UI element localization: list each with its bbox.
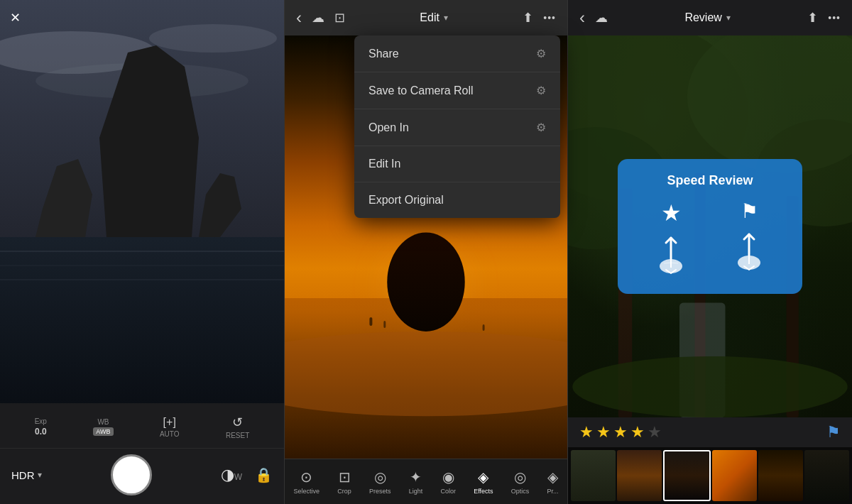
- close-button[interactable]: ✕: [10, 10, 21, 26]
- share-gear-icon: ⚙: [536, 47, 546, 60]
- openin-gear-icon: ⚙: [536, 121, 546, 134]
- filmstrip-thumb-2[interactable]: [617, 450, 662, 501]
- camera-bottom-bar: HDR ▾ ◑W 🔒: [0, 448, 284, 504]
- star-rating-icon: ★: [661, 199, 682, 226]
- tool-color[interactable]: ◉ Color: [440, 469, 456, 495]
- tool-selective[interactable]: ⊙ Selective: [294, 469, 320, 495]
- svg-point-15: [285, 332, 567, 416]
- camera-bottom-icons: ◑W 🔒: [221, 466, 273, 484]
- camera-controls: Exp 0.0 WB AWB [+] AUTO ↺ RESET: [0, 403, 284, 448]
- tool-crop[interactable]: ⊡ Crop: [337, 469, 351, 495]
- tool-effects[interactable]: ◈ Effects: [474, 469, 493, 495]
- tool-presets[interactable]: ◎ Presets: [369, 469, 391, 495]
- wb-control[interactable]: WB AWB: [93, 418, 113, 436]
- speed-review-star-cell: ★: [635, 199, 707, 280]
- speed-review-flag-cell: ⚑: [713, 199, 785, 280]
- review-photo: Speed Review ★: [568, 35, 852, 417]
- filmstrip-thumb-3[interactable]: [663, 450, 711, 501]
- speed-review-grid: ★: [635, 199, 785, 280]
- panel-camera: ✕ Exp 0.0 WB AWB [+] AUTO ↺ RESET HDR: [0, 0, 284, 504]
- camera-photo: ✕: [0, 0, 284, 403]
- panel-review: ‹ ☁ Review ▾ ⬆ •••: [568, 0, 852, 504]
- review-share-icon[interactable]: ⬆: [807, 10, 818, 26]
- share-icon[interactable]: ⬆: [523, 10, 533, 26]
- auto-control[interactable]: [+] AUTO: [160, 416, 180, 438]
- filmstrip-thumb-1[interactable]: [571, 450, 616, 501]
- review-rating-bar: ★ ★ ★ ★ ★ ⚑: [568, 417, 852, 447]
- menu-item-edit-in[interactable]: Edit In: [354, 146, 560, 182]
- flag-button[interactable]: ⚑: [826, 423, 841, 442]
- menu-item-save-camera-roll[interactable]: Save to Camera Roll ⚙: [354, 72, 560, 109]
- review-back-button[interactable]: ‹: [579, 8, 585, 28]
- star-rating[interactable]: ★ ★ ★ ★ ★: [579, 423, 662, 442]
- camera-toolbar: Exp 0.0 WB AWB [+] AUTO ↺ RESET: [11, 410, 273, 442]
- review-topbar-left: ‹ ☁: [579, 8, 608, 28]
- filmstrip-thumb-6[interactable]: [804, 450, 849, 501]
- save-gear-icon: ⚙: [536, 84, 546, 97]
- svg-point-11: [387, 233, 464, 332]
- topbar-left-controls: ‹ ☁ ⊡: [296, 8, 345, 28]
- panel-edit: ‹ ☁ ⊡ Edit ▾ ⬆ ••• Share ⚙ Save to Camer…: [284, 0, 568, 504]
- menu-item-share[interactable]: Share ⚙: [354, 35, 560, 72]
- more-icon[interactable]: •••: [543, 12, 556, 23]
- svg-rect-7: [0, 237, 284, 403]
- star-5[interactable]: ★: [648, 423, 662, 442]
- reset-control[interactable]: ↺ RESET: [226, 415, 249, 439]
- edit-title-area[interactable]: Edit ▾: [420, 11, 448, 24]
- shutter-button[interactable]: [111, 454, 152, 495]
- review-cloud-icon[interactable]: ☁: [595, 10, 608, 26]
- menu-item-export-original[interactable]: Export Original: [354, 182, 560, 218]
- tool-light[interactable]: ✦ Light: [409, 469, 423, 495]
- menu-item-open-in[interactable]: Open In ⚙: [354, 109, 560, 146]
- star-2[interactable]: ★: [596, 423, 611, 442]
- review-title-area[interactable]: Review ▾: [684, 11, 730, 24]
- lock-icon[interactable]: 🔒: [255, 466, 273, 483]
- speed-review-title: Speed Review: [635, 173, 785, 188]
- review-topbar: ‹ ☁ Review ▾ ⬆ •••: [568, 0, 852, 35]
- topbar-right-controls: ⬆ •••: [523, 10, 556, 26]
- filmstrip: [568, 447, 852, 504]
- filmstrip-thumb-5[interactable]: [758, 450, 803, 501]
- review-more-icon[interactable]: •••: [828, 12, 841, 23]
- tool-more[interactable]: ◈ Pr...: [547, 469, 558, 495]
- edit-dropdown-menu: Share ⚙ Save to Camera Roll ⚙ Open In ⚙ …: [354, 35, 560, 218]
- speed-review-overlay[interactable]: Speed Review ★: [618, 159, 802, 294]
- svg-rect-13: [383, 321, 386, 328]
- exposure-control[interactable]: Exp 0.0: [35, 417, 47, 437]
- star-4[interactable]: ★: [630, 423, 645, 442]
- review-topbar-right: ⬆ •••: [807, 10, 841, 26]
- gesture-up-left: [653, 232, 689, 280]
- svg-rect-12: [369, 317, 372, 326]
- tool-optics[interactable]: ◎ Optics: [511, 469, 530, 495]
- contrast-icon[interactable]: ◑W: [221, 466, 242, 484]
- star-3[interactable]: ★: [613, 423, 628, 442]
- back-button[interactable]: ‹: [296, 8, 302, 28]
- edit-bottombar: ⊙ Selective ⊡ Crop ◎ Presets ✦ Light ◉ C…: [285, 459, 567, 504]
- flag-review-icon: ⚑: [741, 199, 758, 223]
- svg-point-2: [149, 24, 277, 53]
- filmstrip-thumb-4[interactable]: [712, 450, 757, 501]
- hdr-button[interactable]: HDR ▾: [11, 469, 42, 481]
- edit-topbar: ‹ ☁ ⊡ Edit ▾ ⬆ •••: [285, 0, 567, 35]
- cloud-icon[interactable]: ☁: [312, 10, 324, 26]
- star-1[interactable]: ★: [579, 423, 594, 442]
- svg-point-24: [572, 356, 847, 417]
- svg-rect-14: [483, 324, 485, 331]
- crop-topbar-icon[interactable]: ⊡: [334, 10, 345, 26]
